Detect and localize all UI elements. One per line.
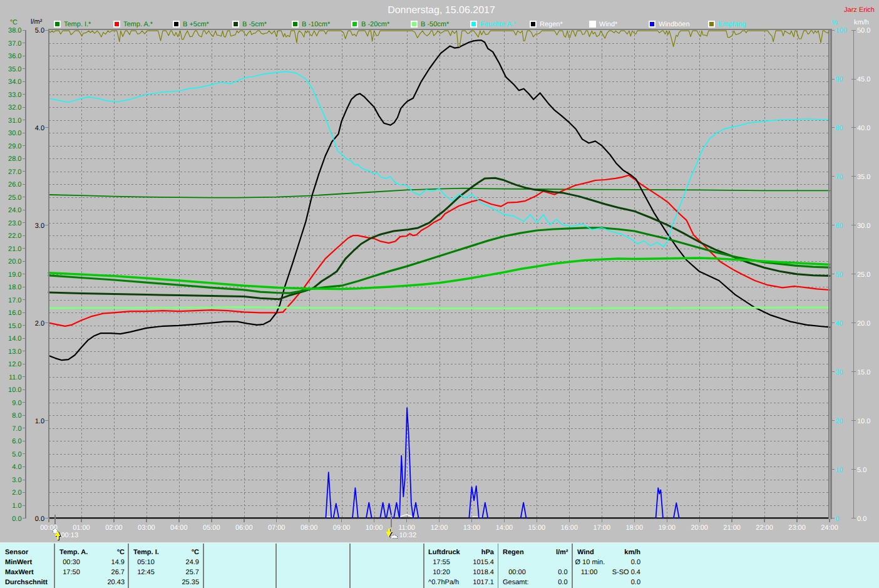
svg-text:16:00: 16:00 — [561, 524, 578, 532]
svg-text:14:00: 14:00 — [496, 524, 513, 532]
svg-text:00:00: 00:00 — [508, 569, 526, 576]
svg-text:MinWert: MinWert — [5, 559, 33, 566]
svg-text:%: % — [831, 19, 838, 26]
svg-text:Donnerstag, 15.06.2017: Donnerstag, 15.06.2017 — [388, 5, 495, 16]
svg-text:60: 60 — [835, 222, 843, 230]
svg-text:Sensor: Sensor — [5, 549, 29, 556]
svg-text:20.43: 20.43 — [107, 579, 125, 586]
svg-text:34.0: 34.0 — [8, 78, 21, 86]
svg-text:21.0: 21.0 — [8, 245, 21, 253]
svg-text:Luftdruck: Luftdruck — [428, 549, 461, 556]
svg-text:30: 30 — [835, 369, 843, 376]
svg-text:MaxWert: MaxWert — [5, 569, 34, 576]
svg-text:1018.4: 1018.4 — [473, 569, 494, 576]
svg-text:km/h: km/h — [854, 19, 869, 26]
svg-text:5.0: 5.0 — [35, 27, 44, 34]
svg-text:12:45: 12:45 — [137, 569, 155, 576]
svg-text:04:00: 04:00 — [170, 524, 188, 532]
svg-text:14.9: 14.9 — [111, 559, 125, 566]
svg-text:09:00: 09:00 — [333, 524, 351, 532]
svg-text:17:55: 17:55 — [433, 559, 450, 566]
svg-text:50.0: 50.0 — [857, 27, 870, 34]
svg-text:19.0: 19.0 — [8, 271, 21, 279]
svg-text:11.0: 11.0 — [9, 374, 22, 381]
svg-text:31.0: 31.0 — [8, 117, 21, 125]
svg-text:06:00: 06:00 — [235, 524, 253, 532]
svg-text:27.0: 27.0 — [8, 168, 21, 176]
svg-text:17:00: 17:00 — [594, 524, 611, 532]
svg-text:4.0: 4.0 — [35, 125, 44, 132]
svg-text:°C: °C — [10, 19, 18, 26]
svg-text:29.0: 29.0 — [8, 143, 21, 150]
svg-text:0: 0 — [835, 515, 839, 523]
svg-text:8.0: 8.0 — [12, 412, 21, 420]
svg-text:19:00: 19:00 — [658, 524, 676, 532]
svg-text:02:00: 02:00 — [105, 524, 123, 532]
svg-text:14.0: 14.0 — [8, 335, 21, 343]
svg-text:13.0: 13.0 — [8, 348, 21, 356]
svg-text:11:00: 11:00 — [398, 524, 415, 532]
svg-text:30.0: 30.0 — [8, 130, 21, 137]
svg-text:0.0: 0.0 — [558, 579, 567, 586]
svg-text:3.0: 3.0 — [12, 477, 21, 484]
svg-text:2.0: 2.0 — [12, 489, 21, 497]
svg-text:10:00: 10:00 — [366, 524, 383, 532]
svg-text:Ø 10 min.: Ø 10 min. — [575, 559, 605, 566]
svg-text:24.9: 24.9 — [186, 559, 199, 566]
svg-text:15.0: 15.0 — [857, 369, 870, 376]
svg-text:S-SO 0.4: S-SO 0.4 — [612, 569, 640, 576]
svg-text:0.0: 0.0 — [12, 515, 21, 523]
svg-text:5.0: 5.0 — [857, 467, 866, 474]
svg-text:5.0: 5.0 — [12, 451, 21, 458]
svg-text:4.0: 4.0 — [12, 463, 21, 471]
svg-text:Wind*: Wind* — [599, 21, 618, 28]
svg-text:9.0: 9.0 — [12, 400, 21, 407]
svg-text:40.0: 40.0 — [857, 125, 870, 132]
svg-text:7.0: 7.0 — [12, 425, 21, 433]
svg-text:0.0: 0.0 — [35, 515, 44, 523]
svg-text:28.0: 28.0 — [8, 155, 21, 163]
svg-text:25.0: 25.0 — [857, 271, 870, 279]
svg-text:24.0: 24.0 — [8, 207, 21, 214]
svg-text:45.0: 45.0 — [857, 76, 870, 83]
svg-text:Durchschnitt: Durchschnitt — [5, 579, 48, 586]
svg-text:3.0: 3.0 — [35, 222, 44, 230]
svg-text:20.0: 20.0 — [8, 258, 21, 266]
svg-text:50: 50 — [835, 271, 843, 279]
svg-text:°C: °C — [117, 549, 125, 556]
svg-text:0.0: 0.0 — [857, 515, 866, 523]
svg-text:00:30: 00:30 — [63, 559, 80, 566]
svg-text:08:00: 08:00 — [301, 524, 318, 532]
svg-text:12.0: 12.0 — [8, 361, 21, 368]
svg-text:B +5cm*: B +5cm* — [183, 21, 210, 28]
svg-text:6.0: 6.0 — [12, 438, 21, 445]
svg-text:^0.7hPa/h: ^0.7hPa/h — [428, 579, 459, 586]
svg-text:10.0: 10.0 — [8, 386, 21, 394]
svg-text:Jarz Erich: Jarz Erich — [844, 6, 875, 14]
svg-text:10: 10 — [835, 467, 843, 474]
svg-text:12:00: 12:00 — [431, 524, 448, 532]
svg-text:17:50: 17:50 — [63, 569, 80, 576]
svg-text:03:00: 03:00 — [138, 524, 155, 532]
svg-text:26.0: 26.0 — [8, 181, 21, 188]
svg-text:90: 90 — [835, 76, 843, 83]
svg-text:l/m²: l/m² — [556, 549, 568, 556]
svg-text:B -5cm*: B -5cm* — [242, 21, 267, 28]
svg-text:22:00: 22:00 — [756, 524, 773, 532]
svg-text:Feuchte A.*: Feuchte A.* — [480, 21, 517, 28]
svg-text:10:20: 10:20 — [433, 569, 450, 576]
svg-text:0.0: 0.0 — [631, 579, 640, 586]
svg-text:70: 70 — [835, 173, 843, 181]
svg-text:l/m²: l/m² — [31, 18, 43, 26]
svg-text:10:32: 10:32 — [399, 532, 417, 539]
svg-text:0.0: 0.0 — [558, 569, 567, 576]
svg-text:Windböen: Windböen — [659, 21, 690, 28]
svg-text:Temp. I.: Temp. I. — [133, 549, 159, 556]
svg-text:0.0: 0.0 — [631, 559, 640, 566]
svg-text:Temp. I.*: Temp. I.* — [64, 21, 91, 28]
svg-text:25.7: 25.7 — [186, 569, 199, 576]
svg-text:26.7: 26.7 — [111, 569, 125, 576]
svg-text:80: 80 — [835, 125, 843, 132]
svg-text:10.0: 10.0 — [857, 418, 870, 425]
svg-text:38.0: 38.0 — [8, 27, 21, 34]
